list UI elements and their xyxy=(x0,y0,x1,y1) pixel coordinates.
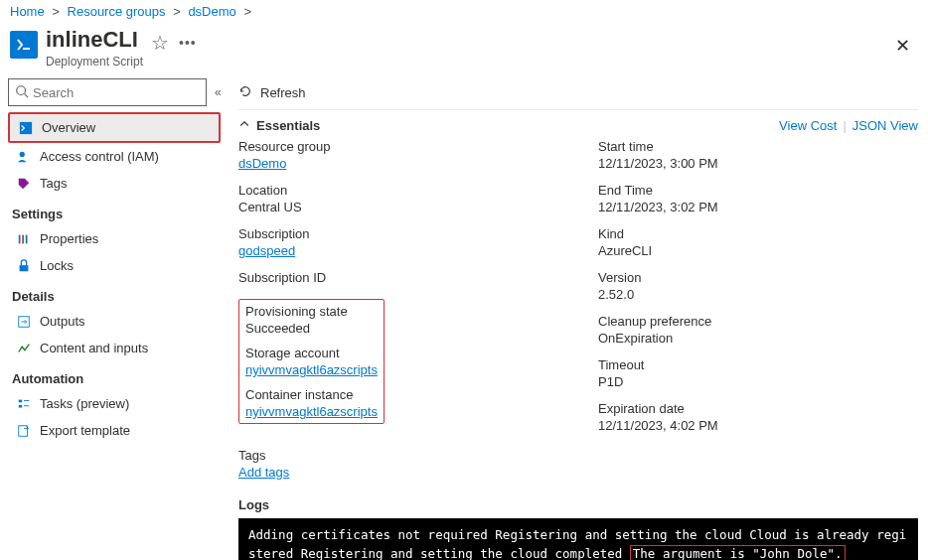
sidebar-item-export-template[interactable]: Export template xyxy=(8,417,221,444)
field-value: Succeeded xyxy=(245,321,378,336)
field-location: Location Central US xyxy=(238,183,558,214)
field-value: 2.52.0 xyxy=(598,287,918,302)
field-label: Subscription ID xyxy=(238,270,558,285)
separator: | xyxy=(843,118,846,133)
sidebar-item-label: Export template xyxy=(40,423,130,438)
svg-rect-5 xyxy=(19,234,21,243)
field-label: End Time xyxy=(598,183,918,198)
sidebar-item-label: Locks xyxy=(40,258,74,273)
field-value: 12/11/2023, 4:02 PM xyxy=(598,418,918,433)
outputs-icon xyxy=(16,315,32,329)
chevron-up-icon xyxy=(238,118,250,133)
sidebar-item-label: Tags xyxy=(40,176,67,191)
svg-point-4 xyxy=(20,151,25,156)
sidebar-section-details: Details xyxy=(8,279,221,308)
essentials-left-column: Resource group dsDemo Location Central U… xyxy=(238,139,558,480)
favorite-star-icon[interactable]: ☆ xyxy=(151,31,169,55)
svg-rect-14 xyxy=(19,425,28,436)
command-bar: Refresh xyxy=(238,78,918,110)
people-icon xyxy=(16,150,32,164)
sidebar-item-overview[interactable]: Overview xyxy=(8,112,221,143)
tag-icon xyxy=(16,177,32,191)
properties-icon xyxy=(16,232,32,246)
log-highlight: The argument is "John Dole". xyxy=(630,545,846,560)
sidebar-item-label: Content and inputs xyxy=(40,341,148,355)
sidebar-section-settings: Settings xyxy=(8,197,221,225)
search-box[interactable] xyxy=(8,78,207,106)
lock-icon xyxy=(16,259,32,273)
tasks-icon xyxy=(16,397,32,411)
svg-rect-3 xyxy=(20,121,32,133)
main-content: Refresh Essentials View Cost | JSON View… xyxy=(229,78,928,560)
essentials-grid: Resource group dsDemo Location Central U… xyxy=(238,139,918,480)
field-label: Timeout xyxy=(598,357,918,372)
logs-output: Adding certificates not required Registe… xyxy=(238,518,918,560)
breadcrumb-resource-groups[interactable]: Resource groups xyxy=(68,4,166,19)
sidebar-item-label: Overview xyxy=(42,120,95,135)
search-input[interactable] xyxy=(33,85,200,100)
content-icon xyxy=(16,342,32,355)
svg-rect-7 xyxy=(26,234,28,243)
sidebar: « Overview Access control (IAM) Tags Set… xyxy=(0,78,229,454)
storage-account-link[interactable]: nyivvmvagktl6azscripts xyxy=(245,362,378,377)
essentials-label: Essentials xyxy=(256,118,320,133)
field-expiration-date: Expiration date 12/11/2023, 4:02 PM xyxy=(598,401,918,433)
resource-group-link[interactable]: dsDemo xyxy=(238,156,286,171)
sidebar-item-access-control[interactable]: Access control (IAM) xyxy=(8,143,221,170)
json-view-link[interactable]: JSON View xyxy=(852,118,918,133)
header-actions: ☆ ••• xyxy=(151,31,197,55)
field-kind: Kind AzureCLI xyxy=(598,226,918,258)
deployment-script-icon xyxy=(10,31,38,59)
field-label: Kind xyxy=(598,226,918,241)
breadcrumb-sep: > xyxy=(173,4,181,19)
field-end-time: End Time 12/11/2023, 3:02 PM xyxy=(598,183,918,214)
page-title-block: inlineCLI Deployment Script xyxy=(46,27,143,69)
sidebar-item-label: Properties xyxy=(40,231,98,246)
breadcrumb: Home > Resource groups > dsDemo > xyxy=(0,0,928,23)
svg-point-1 xyxy=(17,85,26,94)
essentials-right-column: Start time 12/11/2023, 3:00 PM End Time … xyxy=(598,139,918,480)
sidebar-item-properties[interactable]: Properties xyxy=(8,225,221,252)
field-label: Storage account xyxy=(245,346,378,360)
field-label: Provisioning state xyxy=(245,304,378,319)
collapse-sidebar-icon[interactable]: « xyxy=(215,85,222,99)
refresh-button[interactable]: Refresh xyxy=(260,85,306,100)
sidebar-item-label: Outputs xyxy=(40,314,85,329)
breadcrumb-dsdemo[interactable]: dsDemo xyxy=(188,4,235,19)
add-tags-link[interactable]: Add tags xyxy=(238,465,289,480)
field-timeout: Timeout P1D xyxy=(598,357,918,389)
view-cost-link[interactable]: View Cost xyxy=(779,118,837,133)
sidebar-section-automation: Automation xyxy=(8,361,221,390)
svg-rect-10 xyxy=(19,399,23,402)
field-value: P1D xyxy=(598,374,918,389)
sidebar-item-content-inputs[interactable]: Content and inputs xyxy=(8,335,221,361)
svg-rect-11 xyxy=(19,404,23,407)
field-label: Start time xyxy=(598,139,918,154)
sidebar-item-tags[interactable]: Tags xyxy=(8,170,221,197)
sidebar-item-tasks[interactable]: Tasks (preview) xyxy=(8,390,221,417)
field-label: Subscription xyxy=(238,226,558,241)
sidebar-item-locks[interactable]: Locks xyxy=(8,252,221,279)
essentials-header[interactable]: Essentials View Cost | JSON View xyxy=(238,110,918,139)
search-icon xyxy=(15,84,29,101)
svg-line-2 xyxy=(25,93,29,97)
field-label: Container instance xyxy=(245,387,378,402)
field-cleanup-preference: Cleanup preference OnExpiration xyxy=(598,314,918,346)
sidebar-item-label: Tasks (preview) xyxy=(40,396,129,411)
sidebar-item-outputs[interactable]: Outputs xyxy=(8,308,221,335)
field-resource-group: Resource group dsDemo xyxy=(238,139,558,171)
field-container-instance: Container instance nyivvmvagktl6azscript… xyxy=(245,387,378,419)
breadcrumb-home[interactable]: Home xyxy=(10,4,45,19)
field-value: 12/11/2023, 3:02 PM xyxy=(598,200,918,214)
close-button[interactable]: ✕ xyxy=(887,31,918,61)
breadcrumb-sep: > xyxy=(243,4,251,19)
field-value: AzureCLI xyxy=(598,243,918,258)
field-value: 12/11/2023, 3:00 PM xyxy=(598,156,918,171)
logs-label: Logs xyxy=(238,497,918,512)
container-instance-link[interactable]: nyivvmvagktl6azscripts xyxy=(245,404,378,419)
refresh-icon[interactable] xyxy=(238,84,252,101)
subscription-link[interactable]: godspeed xyxy=(238,243,295,258)
page-header: inlineCLI Deployment Script ☆ ••• ✕ xyxy=(0,23,928,78)
more-icon[interactable]: ••• xyxy=(179,35,197,51)
field-tags: Tags Add tags xyxy=(238,448,558,480)
